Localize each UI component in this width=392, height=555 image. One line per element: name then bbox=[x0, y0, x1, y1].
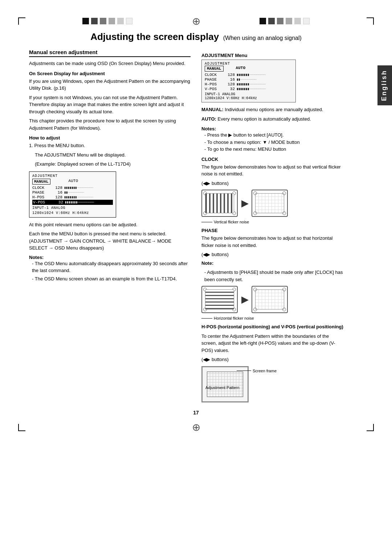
buttons-label-phase: (◀▶ buttons) bbox=[201, 251, 345, 258]
buttons-label-hpos: (◀▶ buttons) bbox=[201, 356, 345, 363]
how-to-adjust-heading: How to adjust bbox=[29, 135, 191, 141]
adj-manual-tag: MANUAL bbox=[205, 66, 224, 72]
osd-header-left: MANUAL AUTO bbox=[32, 179, 113, 185]
note-phase-item: Adjustments to [PHASE] should be made on… bbox=[204, 269, 345, 283]
corner-mark-bl bbox=[18, 424, 25, 431]
notes-list-right: Press the ▶ button to select [AUTO]. To … bbox=[201, 131, 345, 153]
page-title-subtitle: (When using an analog signal) bbox=[223, 35, 302, 41]
osd-row-vpos: V-POS 32 ▮▮▮▮▮▮▮───────── bbox=[32, 200, 113, 205]
adj-row-phase: PHASE 16 ▮▮───────── bbox=[205, 77, 293, 82]
notes-section-right: Notes: Press the ▶ button to select [AUT… bbox=[201, 126, 345, 153]
reg-bar-right bbox=[260, 18, 310, 24]
each-time: Each time the MENU button is pressed the… bbox=[29, 230, 191, 252]
corner-mark-tr bbox=[367, 17, 374, 25]
adj-menu-title: ADJUSTMENT bbox=[205, 62, 293, 66]
notes-label-right: Notes: bbox=[201, 126, 216, 131]
osd-para3: This chapter provides the procedure how … bbox=[29, 117, 191, 131]
corner-mark-tl bbox=[18, 17, 25, 25]
phase-monitor-pair: ▶ bbox=[201, 286, 345, 313]
screen-frame-box: Screen frame Adjustment Pattern bbox=[201, 366, 249, 402]
note-right-3: To go to the next menu: MENU button bbox=[204, 146, 345, 153]
left-column: Manual screen adjustment Adjustments can… bbox=[29, 49, 191, 402]
notes-label-left: Notes: bbox=[29, 255, 44, 260]
how-to-step2: The ADJUSTMENT Menu will be displayed. bbox=[29, 151, 191, 159]
adj-menu-heading: ADJUSTMENT Menu bbox=[201, 53, 345, 58]
adj-row-hpos: H-POS 128 ▮▮▮▮▮▮▮───────── bbox=[205, 82, 293, 86]
osd-menu-box-left: ADJUSTMENT MANUAL AUTO CLOCK 128 ▮▮▮▮▮▮▮… bbox=[29, 171, 116, 218]
adj-menu-header: MANUAL AUTO bbox=[205, 66, 293, 72]
reg-marks-top bbox=[11, 15, 381, 28]
page-number: 17 bbox=[29, 410, 363, 416]
clock-arrow: ▶ bbox=[241, 198, 248, 208]
osd-title-left: ADJUSTMENT bbox=[32, 174, 113, 178]
note-phase-list: Adjustments to [PHASE] should be made on… bbox=[201, 269, 345, 283]
after-point: At this point relevant menu options can … bbox=[29, 221, 191, 228]
auto-desc: AUTO: Every menu option is automatically… bbox=[201, 116, 345, 123]
corner-mark-br bbox=[367, 424, 374, 431]
reg-bar-left bbox=[82, 18, 132, 24]
phase-monitor-after bbox=[252, 286, 288, 313]
manual-desc: MANUAL: Individual menu options are manu… bbox=[201, 106, 345, 113]
note-item-1: The OSD Menu automatically disappears ap… bbox=[32, 260, 191, 274]
clock-monitor-pair: ▶ bbox=[201, 190, 345, 217]
vertical-flicker-label: Vertical flicker noise bbox=[201, 220, 345, 224]
notes-list-left: The OSD Menu automatically disappears ap… bbox=[29, 260, 191, 283]
clock-heading: CLOCK bbox=[201, 157, 345, 162]
adj-pattern-box bbox=[207, 372, 243, 397]
clock-desc: The figure below demonstrates how to adj… bbox=[201, 163, 345, 178]
hpos-desc: To center the Adjustment Pattern within … bbox=[201, 333, 345, 354]
how-to-step3: (Example: Displayed screen of the LL-T17… bbox=[29, 161, 191, 168]
manual-desc-text: Individual menu options are manually adj… bbox=[225, 107, 323, 112]
phase-heading: PHASE bbox=[201, 228, 345, 233]
osd-footer2-left: 1280x1024 V:60Hz H:64kHz bbox=[32, 211, 113, 215]
page-title-block: Adjusting the screen display (When using… bbox=[29, 31, 363, 42]
osd-row-phase: PHASE 16 ▮▮───────── bbox=[32, 190, 113, 195]
osd-footer1-left: INPUT-1 ANALOG bbox=[32, 206, 113, 210]
adj-auto-tag: AUTO bbox=[236, 66, 245, 72]
adj-footer1: INPUT-1 ANALOG bbox=[205, 92, 293, 96]
phase-desc: The figure below demonstrates how to adj… bbox=[201, 235, 345, 249]
osd-row-clock: CLOCK 128 ▮▮▮▮▮▮▮───────── bbox=[32, 186, 113, 190]
clock-monitor-after bbox=[252, 190, 288, 217]
auto-label: AUTO: bbox=[201, 116, 216, 122]
auto-desc-text: Every menu option is automatically adjus… bbox=[218, 116, 311, 122]
osd-manual-label: MANUAL bbox=[32, 179, 50, 185]
osd-auto-label: AUTO bbox=[69, 179, 78, 185]
osd-para1: If you are using Windows, open the Adjus… bbox=[29, 78, 191, 92]
note-right-2: To choose a menu option: ▼ / MODE button bbox=[204, 139, 345, 146]
page-title: Adjusting the screen display bbox=[90, 31, 219, 42]
notes-section-left: Notes: The OSD Menu automatically disapp… bbox=[29, 255, 191, 283]
horizontal-flicker-label: Horizontal flicker noise bbox=[201, 316, 345, 320]
phase-arrow: ▶ bbox=[241, 295, 248, 305]
adj-footer2: 1280x1024 V:60Hz H:64kHz bbox=[205, 96, 293, 100]
adj-pattern-label: Adjustment Pattern bbox=[205, 385, 240, 390]
osd-subheading: On Screen Display for adjustment bbox=[29, 71, 191, 76]
adj-row-clock: CLOCK 128 ▮▮▮▮▮▮▮───────── bbox=[205, 73, 293, 77]
hpos-heading: H-POS (horizontal positioning) and V-POS… bbox=[201, 323, 345, 331]
phase-monitor-before bbox=[201, 286, 238, 313]
adj-row-vpos: V-POS 32 ▮▮▮▮▮▮▮───────── bbox=[205, 87, 293, 91]
english-sidebar: English bbox=[377, 65, 392, 105]
note-right-1: Press the ▶ button to select [AUTO]. bbox=[204, 131, 345, 139]
right-column: ADJUSTMENT Menu ADJUSTMENT MANUAL AUTO C… bbox=[201, 49, 363, 402]
how-to-step1: 1. Press the MENU button. bbox=[29, 142, 191, 149]
reg-marks-bottom bbox=[11, 421, 381, 434]
manual-label: MANUAL: bbox=[201, 107, 224, 112]
note-item-2: The OSD Menu screen shown as an example … bbox=[32, 275, 191, 283]
crosshair-top bbox=[189, 15, 203, 28]
adj-menu-box: ADJUSTMENT MANUAL AUTO CLOCK 128 ▮▮▮▮▮▮▮… bbox=[201, 60, 296, 102]
crosshair-bottom bbox=[189, 421, 203, 434]
note-phase-label: Note: bbox=[201, 260, 345, 267]
osd-para2: If your system is not Windows, you can n… bbox=[29, 94, 191, 116]
osd-row-hpos: H-POS 128 ▮▮▮▮▮▮▮───────── bbox=[32, 195, 113, 199]
clock-monitor-before bbox=[201, 190, 238, 217]
intro-paragraph: Adjustments can be made using OSD (On Sc… bbox=[29, 60, 191, 67]
manual-screen-adjustment-heading: Manual screen adjustment bbox=[29, 49, 191, 57]
buttons-label-clock: (◀▶ buttons) bbox=[201, 180, 345, 187]
screen-frame-diagram: Screen frame Adjustment Pattern bbox=[201, 366, 345, 402]
screen-frame-label: Screen frame bbox=[237, 369, 277, 373]
